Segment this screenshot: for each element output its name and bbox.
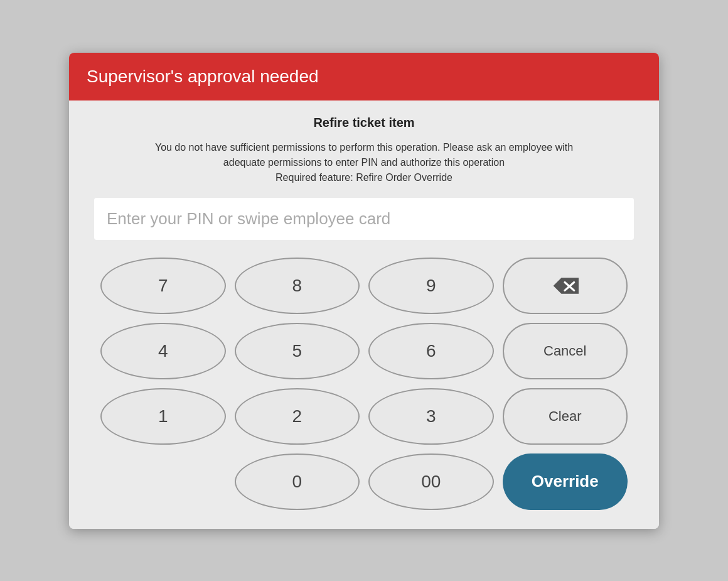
dialog-subtitle: Refire ticket item (94, 116, 634, 130)
key-4[interactable]: 4 (100, 323, 226, 379)
approval-dialog: Supervisor's approval needed Refire tick… (69, 53, 659, 529)
key-7[interactable]: 7 (100, 258, 226, 314)
override-button[interactable]: Override (503, 453, 628, 510)
pin-input-placeholder: Enter your PIN or swipe employee card (107, 209, 390, 228)
dialog-body: Refire ticket item You do not have suffi… (69, 100, 659, 529)
key-3[interactable]: 3 (368, 388, 494, 445)
keypad: 7 8 9 4 5 6 Cancel 1 2 3 Clear 0 (94, 258, 634, 510)
cancel-button[interactable]: Cancel (503, 323, 628, 379)
description-line2: adequate permissions to enter PIN and au… (223, 157, 505, 168)
description-line3: Required feature: Refire Order Override (276, 172, 452, 183)
description-line1: You do not have sufficient permissions t… (155, 142, 573, 153)
dialog-header-title: Supervisor's approval needed (87, 67, 319, 86)
key-00[interactable]: 00 (368, 453, 494, 510)
key-1[interactable]: 1 (100, 388, 226, 445)
key-9[interactable]: 9 (368, 258, 494, 314)
key-5[interactable]: 5 (235, 323, 360, 379)
dialog-header: Supervisor's approval needed (69, 53, 659, 100)
key-2[interactable]: 2 (235, 388, 360, 445)
key-8[interactable]: 8 (235, 258, 360, 314)
clear-button[interactable]: Clear (503, 388, 628, 445)
pin-input-container[interactable]: Enter your PIN or swipe employee card (94, 198, 634, 240)
backspace-button[interactable] (503, 258, 628, 314)
key-0[interactable]: 0 (235, 453, 360, 510)
backspace-icon (551, 276, 579, 296)
key-6[interactable]: 6 (368, 323, 494, 379)
dialog-description: You do not have sufficient permissions t… (94, 140, 634, 185)
